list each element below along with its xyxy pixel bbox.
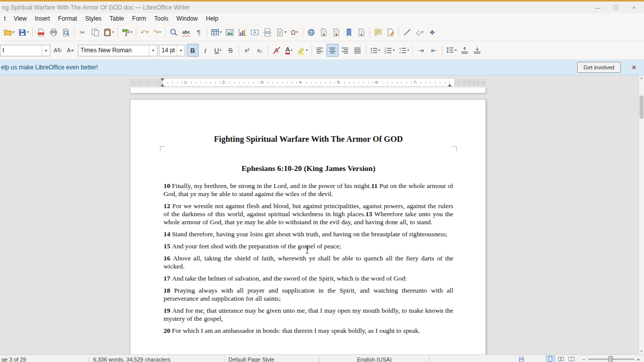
insert-endnote-button[interactable] <box>330 26 342 39</box>
dropdown-arrow-icon[interactable]: ▾ <box>219 48 221 52</box>
document-page[interactable]: Fighting Spiritual Warfare With The Armo… <box>130 99 486 354</box>
notification-close-icon[interactable]: × <box>628 63 640 72</box>
paragraph[interactable]: 14 Stand therefore, having your loins gi… <box>164 230 453 238</box>
basic-shapes-button[interactable]: ◇▾ <box>414 26 426 39</box>
line-spacing-button[interactable]: ▾ <box>444 44 458 57</box>
menu-insert[interactable]: Insert <box>31 14 54 23</box>
scroll-down-icon[interactable]: ▼ <box>639 349 644 354</box>
dropdown-arrow-icon[interactable]: ▾ <box>220 30 222 34</box>
dropdown-arrow-icon[interactable]: ▾ <box>408 48 410 52</box>
redo-button[interactable]: ↷▾ <box>151 26 163 39</box>
menu-format[interactable]: Format <box>54 14 81 23</box>
subscript-button[interactable]: x₂ <box>254 44 266 57</box>
dropdown-arrow-icon[interactable]: ▾ <box>393 48 395 52</box>
cut-button[interactable]: ✂ <box>76 26 89 39</box>
dropdown-arrow-icon[interactable]: ▾ <box>455 48 457 52</box>
italic-button[interactable]: I <box>199 44 211 57</box>
restore-button[interactable]: ▢ <box>607 2 625 13</box>
paste-button[interactable]: ▾ <box>102 26 116 39</box>
right-indent-marker[interactable] <box>448 82 452 86</box>
paragraph[interactable]: 10 Finally, my brethren, be strong in th… <box>164 182 453 198</box>
ordered-list-button[interactable]: ▾ <box>382 44 396 57</box>
dropdown-arrow-icon[interactable]: ▾ <box>296 30 298 34</box>
get-involved-button[interactable]: Get involved <box>577 62 621 73</box>
paragraph-style-dropdown-icon[interactable]: ▾ <box>42 45 50 56</box>
single-page-view-button[interactable] <box>546 355 555 362</box>
dropdown-arrow-icon[interactable]: ▾ <box>146 30 148 34</box>
align-left-button[interactable] <box>314 44 326 57</box>
insert-hyperlink-button[interactable] <box>305 26 317 39</box>
font-size-dropdown-icon[interactable]: ▾ <box>177 45 185 56</box>
print-preview-button[interactable] <box>60 26 72 39</box>
menu-window[interactable]: Window <box>173 14 202 23</box>
dropdown-arrow-icon[interactable]: ▾ <box>112 30 114 34</box>
menu-view[interactable]: View <box>10 14 31 23</box>
dropdown-arrow-icon[interactable]: ▾ <box>290 48 292 52</box>
multi-page-view-button[interactable] <box>556 355 566 362</box>
track-changes-button[interactable] <box>384 26 396 39</box>
menu-help[interactable]: Help <box>202 14 222 23</box>
scroll-up-icon[interactable]: ▲ <box>639 75 644 81</box>
dropdown-arrow-icon[interactable]: ▾ <box>306 48 308 52</box>
paragraph[interactable]: 17 And take the helmet of salvation, and… <box>164 275 453 283</box>
page-break-button[interactable] <box>262 26 274 39</box>
print-button[interactable] <box>47 26 59 39</box>
update-style-button[interactable]: A↻ <box>52 44 64 57</box>
insert-table-button[interactable]: ▾ <box>209 26 223 39</box>
insert-cross-reference-button[interactable] <box>355 26 367 39</box>
horizontal-ruler[interactable]: 1234567 <box>130 79 486 86</box>
zoom-in-button[interactable]: + <box>637 356 640 362</box>
paragraph[interactable]: 20 For which I am an ambassador in bonds… <box>164 327 453 335</box>
find-replace-button[interactable] <box>168 26 180 39</box>
document-body[interactable]: 10 Finally, my brethren, be strong in th… <box>164 182 453 335</box>
minimize-button[interactable]: — <box>589 2 607 13</box>
insert-footnote-button[interactable] <box>317 26 330 39</box>
highlight-color-button[interactable]: ▾ <box>295 44 309 57</box>
increase-indent-button[interactable]: ⇥ <box>415 44 427 57</box>
strikethrough-button[interactable]: S <box>224 44 236 57</box>
close-button[interactable]: × <box>625 2 643 13</box>
scrollbar-thumb[interactable] <box>639 96 643 119</box>
insert-special-character-button[interactable]: Ω▾ <box>288 26 300 39</box>
zoom-out-button[interactable]: − <box>582 356 585 362</box>
unordered-list-button[interactable]: ▾ <box>368 44 382 57</box>
bold-button[interactable]: B <box>187 44 199 57</box>
menu-styles[interactable]: Styles <box>81 14 106 23</box>
font-name-select[interactable]: Times New Roman ▾ <box>78 45 157 56</box>
insert-line-button[interactable] <box>401 26 413 39</box>
decrease-paragraph-spacing-button[interactable] <box>471 44 484 57</box>
show-draw-functions-button[interactable]: ❖ <box>426 26 438 39</box>
insert-image-button[interactable] <box>224 26 236 39</box>
open-button[interactable]: ▾ <box>2 26 16 39</box>
dropdown-arrow-icon[interactable]: ▾ <box>422 30 424 34</box>
save-button[interactable]: ▾ <box>17 26 31 39</box>
outline-list-button[interactable]: ▾ <box>397 44 411 57</box>
dropdown-arrow-icon[interactable]: ▾ <box>131 30 133 34</box>
insert-bookmark-button[interactable] <box>343 26 355 39</box>
left-indent-marker[interactable] <box>160 82 165 86</box>
spelling-button[interactable]: abc <box>180 26 192 39</box>
copy-button[interactable] <box>89 26 101 39</box>
menu-table[interactable]: Table <box>106 14 128 23</box>
dropdown-arrow-icon[interactable]: ▾ <box>13 30 15 34</box>
status-page-style[interactable]: Default Page Style <box>224 356 319 362</box>
undo-button[interactable]: ↶▾ <box>138 26 150 39</box>
dropdown-arrow-icon[interactable]: ▾ <box>159 30 161 34</box>
paragraph-style-select[interactable]: t ▾ <box>0 45 50 56</box>
vertical-scrollbar[interactable]: ▲ ▼ <box>638 75 644 354</box>
underline-button[interactable]: U▾ <box>212 44 224 57</box>
insert-chart-button[interactable] <box>236 26 249 39</box>
paragraph[interactable]: 16 Above all, taking the shield of faith… <box>164 254 453 270</box>
new-style-button[interactable]: A+ <box>64 44 76 57</box>
increase-paragraph-spacing-button[interactable] <box>459 44 471 57</box>
menu-form[interactable]: Form <box>128 14 150 23</box>
book-view-button[interactable] <box>567 355 576 362</box>
dropdown-arrow-icon[interactable]: ▾ <box>379 48 381 52</box>
dropdown-arrow-icon[interactable]: ▾ <box>285 30 287 34</box>
font-size-select[interactable]: 14 pt ▾ <box>159 45 185 56</box>
status-page-info[interactable]: ge 3 of 29 <box>0 356 89 362</box>
superscript-button[interactable]: x² <box>241 44 253 57</box>
zoom-slider-thumb[interactable] <box>608 356 613 362</box>
paragraph[interactable]: 19 And for me, that utterance may be giv… <box>164 307 453 323</box>
insert-comment-button[interactable] <box>372 26 384 39</box>
